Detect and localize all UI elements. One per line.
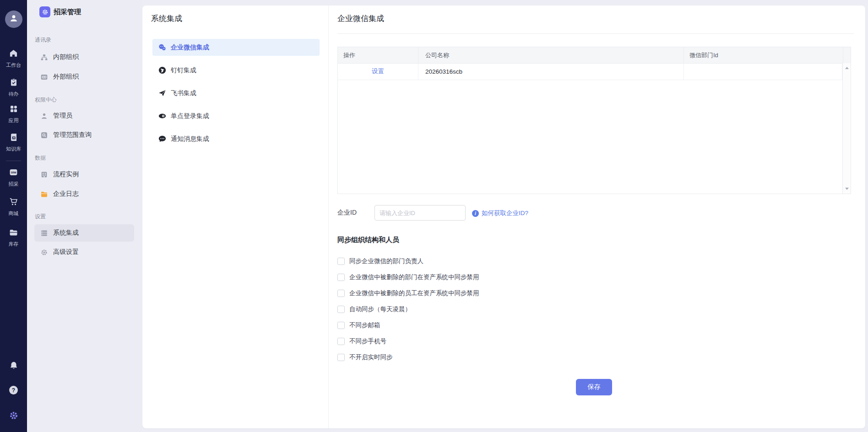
column-header-action: 操作 — [338, 47, 418, 63]
checkbox-row-no-realtime-sync[interactable]: 不开启实时同步 — [337, 349, 479, 365]
checkbox[interactable] — [337, 354, 345, 361]
scroll-up-icon[interactable] — [845, 67, 849, 69]
integration-menu-panel: 系统集成 企业微信集成 钉钉集成 飞书集成 单点登录集成 — [142, 5, 329, 428]
corp-id-help-link[interactable]: i 如何获取企业ID? — [472, 209, 528, 217]
sidebar-item-label: 外部组织 — [53, 73, 79, 81]
checkbox-row-auto-sync[interactable]: 自动同步（每天凌晨） — [337, 301, 479, 317]
rail-item-label: 库存 — [9, 241, 19, 247]
sidebar-item-internal-org[interactable]: 内部组织 — [34, 51, 134, 64]
wechat-work-icon — [158, 43, 167, 52]
checkbox-row-deleted-dept-disable[interactable]: 企业微信中被删除的部门在资产系统中同步禁用 — [337, 269, 479, 285]
checkbox[interactable] — [337, 306, 345, 313]
menu-item-sso[interactable]: 单点登录集成 — [152, 108, 320, 124]
checkbox[interactable] — [337, 338, 345, 345]
process-icon — [40, 171, 48, 178]
checkbox-label: 不开启实时同步 — [349, 353, 393, 362]
checkbox-label: 企业微信中被删除的员工在资产系统中同步禁用 — [349, 289, 479, 297]
row-settings-link[interactable]: 设置 — [372, 67, 384, 76]
sidebar-item-system-integration[interactable]: 系统集成 — [34, 224, 134, 242]
gear-icon — [9, 410, 19, 422]
corp-id-label: 企业ID — [337, 209, 357, 217]
section-label-data: 数据 — [35, 154, 46, 162]
rail-item-label: 招采 — [9, 181, 19, 187]
rail-item-inventory[interactable]: 库存 — [0, 227, 27, 247]
rail-item-label: 应用 — [9, 118, 19, 123]
scope-search-icon — [40, 131, 48, 139]
checkbox-row-no-sync-phone[interactable]: 不同步手机号 — [337, 333, 479, 349]
rail-item-label: 待办 — [9, 91, 19, 97]
bell-icon — [9, 361, 19, 373]
help-link-text: 如何获取企业ID? — [482, 209, 528, 217]
sidebar-item-label: 企业日志 — [53, 190, 79, 198]
svg-text:?: ? — [12, 387, 15, 394]
sidebar-item-label: 管理范围查询 — [53, 131, 92, 139]
app-rail: 工作台 待办 应用 AI 知识库 SRM 招采 商城 库存 — [0, 0, 27, 432]
checkbox-row-deleted-employee-disable[interactable]: 企业微信中被删除的员工在资产系统中同步禁用 — [337, 285, 479, 301]
user-avatar[interactable] — [5, 11, 22, 28]
sidebar-item-admin[interactable]: 管理员 — [34, 109, 134, 122]
rail-item-label: 商城 — [9, 211, 19, 216]
checkbox-label: 不同步邮箱 — [349, 321, 380, 329]
page-title: 企业微信集成 — [337, 13, 384, 24]
help-button[interactable]: ? — [0, 385, 27, 397]
rail-item-knowledge[interactable]: AI 知识库 — [0, 133, 27, 151]
rail-divider — [6, 161, 21, 161]
app-title: 招采管理 — [54, 8, 81, 16]
checkbox-label: 同步企业微信的部门负责人 — [349, 257, 423, 265]
sidebar-item-label: 高级设置 — [53, 248, 79, 256]
menu-item-label: 单点登录集成 — [171, 112, 209, 120]
app-header: 招采管理 — [27, 6, 142, 18]
checkbox[interactable] — [337, 322, 345, 329]
gear-icon — [40, 248, 48, 256]
menu-item-feishu[interactable]: 飞书集成 — [152, 85, 320, 102]
sync-section-heading: 同步组织结构和人员 — [337, 236, 399, 244]
menu-item-wechat-work[interactable]: 企业微信集成 — [152, 39, 320, 56]
info-icon: i — [472, 210, 479, 217]
rail-item-workbench[interactable]: 工作台 — [0, 49, 27, 68]
save-button[interactable]: 保存 — [576, 379, 612, 395]
org-icon — [40, 54, 48, 61]
table-scrollbar[interactable] — [842, 63, 851, 194]
integration-icon — [40, 229, 48, 237]
checkbox[interactable] — [337, 290, 345, 297]
menu-item-dingtalk[interactable]: 钉钉集成 — [152, 62, 320, 79]
ai-badge: AI — [13, 137, 15, 139]
sidebar-item-label: 管理员 — [53, 112, 72, 120]
rail-item-apps[interactable]: 应用 — [0, 104, 27, 123]
menu-item-label: 企业微信集成 — [171, 43, 209, 52]
rail-item-label: 工作台 — [6, 62, 21, 68]
rail-item-srm[interactable]: SRM 招采 — [0, 167, 27, 187]
checkbox[interactable] — [337, 258, 345, 265]
checkbox-row-no-sync-email[interactable]: 不同步邮箱 — [337, 317, 479, 333]
checkbox-row-sync-dept-leader[interactable]: 同步企业微信的部门负责人 — [337, 253, 479, 269]
section-label-contacts: 通讯录 — [35, 36, 51, 44]
rail-item-mall[interactable]: 商城 — [0, 197, 27, 216]
knowledge-icon: AI — [9, 133, 18, 144]
panel-title: 系统集成 — [151, 13, 182, 24]
sidebar-item-process-instance[interactable]: 流程实例 — [34, 168, 134, 181]
rail-item-todo[interactable]: 待办 — [0, 78, 27, 97]
sidebar-item-external-org[interactable]: 外部组织 — [34, 70, 134, 83]
menu-item-label: 飞书集成 — [171, 89, 196, 97]
user-icon — [9, 13, 19, 25]
company-cell: 20260316scb — [418, 63, 684, 80]
sidebar-item-enterprise-log[interactable]: 企业日志 — [34, 188, 134, 200]
feishu-icon — [158, 89, 167, 97]
todo-icon — [9, 78, 18, 89]
sync-options-list: 同步企业微信的部门负责人 企业微信中被删除的部门在资产系统中同步禁用 企业微信中… — [337, 253, 479, 365]
action-cell: 设置 — [338, 63, 418, 80]
home-icon — [9, 49, 18, 60]
menu-item-notify-message[interactable]: 通知消息集成 — [152, 130, 320, 147]
sidebar-item-label: 系统集成 — [53, 229, 79, 237]
notify-message-icon — [158, 135, 167, 143]
settings-button[interactable] — [0, 410, 27, 422]
checkbox[interactable] — [337, 274, 345, 281]
corp-id-input[interactable] — [374, 205, 466, 221]
dingtalk-icon — [158, 66, 167, 75]
scroll-down-icon[interactable] — [845, 188, 849, 190]
notifications-button[interactable] — [0, 361, 27, 373]
sidebar-item-advanced-settings[interactable]: 高级设置 — [34, 246, 134, 259]
mall-icon — [9, 197, 18, 208]
sidebar-item-label: 流程实例 — [53, 170, 79, 178]
sidebar-item-scope-query[interactable]: 管理范围查询 — [34, 129, 134, 141]
